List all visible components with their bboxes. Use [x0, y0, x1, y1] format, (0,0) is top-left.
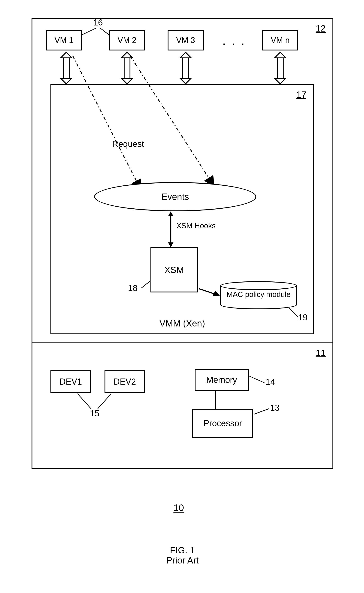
system-outer-box: 12 VM 1 VM 2 VM 3 VM n . . . 16: [32, 18, 333, 469]
vmm-caption: VMM (Xen): [159, 318, 205, 328]
fig-subtitle: Prior Art: [158, 555, 207, 566]
ref19-leader: [51, 85, 315, 335]
vmm-box: 17 Request Events: [51, 84, 314, 334]
lower-section: 11 DEV1 DEV2 15 Memory Processor 14 13: [32, 343, 332, 469]
svg-line-13: [289, 308, 298, 317]
fig-caption: FIG. 1 Prior Art: [158, 545, 207, 566]
svg-line-17: [254, 409, 269, 414]
page: 12 VM 1 VM 2 VM 3 VM n . . . 16: [0, 0, 364, 593]
ref13-leader: [32, 343, 325, 456]
vm-arrows: [32, 19, 334, 89]
ref-19: 19: [298, 313, 307, 322]
fig-number: 10: [173, 502, 184, 513]
upper-section: 12 VM 1 VM 2 VM 3 VM n . . . 16: [32, 19, 332, 343]
fig-label: FIG. 1: [158, 545, 207, 555]
ref-13: 13: [270, 403, 280, 413]
